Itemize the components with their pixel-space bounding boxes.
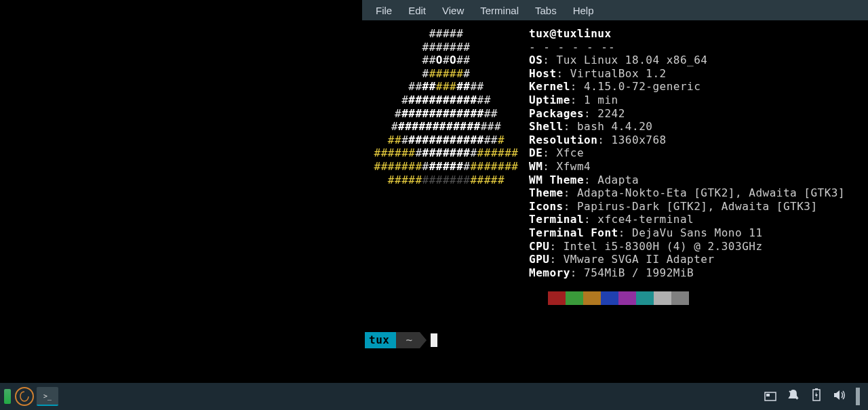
prompt-user: tux (365, 332, 396, 348)
shell-prompt[interactable]: tux~ (365, 332, 865, 348)
terminal-window: File Edit View Terminal Tabs Help #####t… (362, 0, 868, 349)
color-swatch (654, 291, 671, 305)
whisker-menu-icon[interactable] (4, 389, 11, 404)
notifications-icon[interactable] (787, 389, 800, 404)
menu-tabs[interactable]: Tabs (527, 5, 565, 16)
menu-help[interactable]: Help (565, 5, 602, 16)
color-swatch (548, 291, 566, 305)
color-swatch (671, 291, 689, 305)
menu-edit[interactable]: Edit (400, 5, 434, 16)
svg-rect-3 (815, 388, 818, 390)
menu-terminal[interactable]: Terminal (472, 5, 527, 16)
prompt-path: ~ (396, 332, 419, 348)
color-swatch (566, 291, 583, 305)
color-swatch (618, 291, 636, 305)
cursor (431, 333, 437, 347)
color-swatch (583, 291, 601, 305)
terminal-output[interactable]: #####tux@tuxlinux#######- - - - - --##O#… (362, 20, 868, 355)
volume-icon[interactable] (833, 389, 846, 404)
color-swatch (636, 291, 654, 305)
color-swatch (601, 291, 618, 305)
workspace-icon[interactable] (764, 390, 777, 404)
taskbar-terminal-button[interactable]: >_ (37, 387, 58, 406)
taskbar: >_ (0, 383, 868, 410)
menubar: File Edit View Terminal Tabs Help (362, 0, 868, 20)
menu-file[interactable]: File (368, 5, 400, 16)
panel-end-icon[interactable] (856, 388, 860, 405)
distro-logo-icon[interactable] (15, 387, 34, 406)
power-icon[interactable] (810, 388, 823, 405)
svg-rect-1 (766, 394, 770, 396)
menu-view[interactable]: View (434, 5, 472, 16)
color-palette (548, 291, 865, 305)
